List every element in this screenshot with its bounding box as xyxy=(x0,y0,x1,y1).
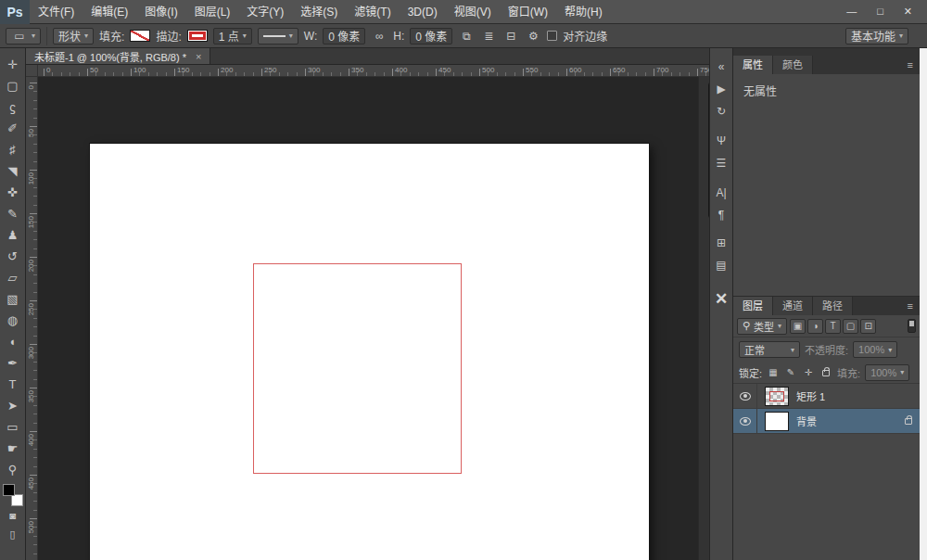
layer-thumbnail[interactable] xyxy=(765,412,789,431)
menu-window[interactable]: 窗口(W) xyxy=(500,0,556,24)
visibility-cell[interactable] xyxy=(733,409,757,433)
filter-smartobject-icon[interactable]: ⊡ xyxy=(860,319,876,334)
lock-all-icon[interactable] xyxy=(819,366,832,378)
rectangular-marquee-tool[interactable]: ▢ xyxy=(1,75,25,96)
canvas[interactable] xyxy=(90,144,649,560)
menu-type[interactable]: 文字(Y) xyxy=(238,0,292,24)
menu-filter[interactable]: 滤镜(T) xyxy=(346,0,399,24)
layer-name[interactable]: 矩形 1 xyxy=(796,388,825,403)
type-tool[interactable]: T xyxy=(1,374,25,395)
link-dimensions-icon[interactable]: ∞ xyxy=(371,30,387,43)
adjustments-panel-icon[interactable]: ☰ xyxy=(711,154,731,172)
tool-mode-dropdown[interactable]: 形状 ▾ xyxy=(53,28,94,45)
fill-swatch[interactable] xyxy=(130,30,150,42)
layer-name[interactable]: 背景 xyxy=(796,414,817,428)
canvas-vertical-scrollbar[interactable] xyxy=(698,77,709,560)
lock-position-icon[interactable]: ✛ xyxy=(802,367,815,377)
screen-mode-button[interactable]: ▯ xyxy=(1,525,25,543)
3d-panel-icon[interactable]: Ψ xyxy=(711,132,731,150)
menu-help[interactable]: 帮助(H) xyxy=(556,0,611,24)
collapse-panels-icon[interactable]: « xyxy=(711,57,731,76)
tab-color[interactable]: 颜色 xyxy=(773,56,813,74)
info-panel-icon[interactable]: ⊞ xyxy=(711,234,731,252)
gradient-tool[interactable]: ▧ xyxy=(1,288,25,310)
clone-stamp-tool[interactable]: ♟ xyxy=(1,224,25,246)
blur-tool[interactable]: ◍ xyxy=(1,310,25,331)
menu-file[interactable]: 文件(F) xyxy=(30,0,83,24)
minimize-button[interactable]: — xyxy=(846,6,857,18)
menu-select[interactable]: 选择(S) xyxy=(292,0,346,24)
tab-channels[interactable]: 通道 xyxy=(773,297,813,315)
character-panel-icon[interactable]: A| xyxy=(711,184,731,202)
fill-field[interactable]: 100% ▾ xyxy=(865,364,909,381)
tab-paths[interactable]: 路径 xyxy=(813,297,853,315)
filter-type-icon[interactable]: T xyxy=(825,319,841,334)
foreground-color-swatch[interactable] xyxy=(3,484,15,496)
quick-selection-tool[interactable]: ✐ xyxy=(1,118,25,139)
hand-tool[interactable]: ☛ xyxy=(1,438,25,459)
path-operations-icon[interactable]: ⧉ xyxy=(458,30,475,43)
history-brush-tool[interactable]: ↺ xyxy=(1,246,25,267)
lock-transparency-icon[interactable]: ▦ xyxy=(767,367,780,377)
clone-source-x-icon[interactable]: ✕ xyxy=(711,289,731,308)
blend-mode-dropdown[interactable]: 正常 ▾ xyxy=(739,341,800,358)
ruler-origin-corner[interactable] xyxy=(26,65,38,77)
align-edges-checkbox[interactable] xyxy=(547,31,557,41)
pen-tool[interactable]: ✒ xyxy=(1,352,25,374)
opacity-field[interactable]: 100% ▾ xyxy=(853,341,897,358)
menu-view[interactable]: 视图(V) xyxy=(446,0,500,24)
menu-3d[interactable]: 3D(D) xyxy=(400,0,446,24)
menu-edit[interactable]: 编辑(E) xyxy=(83,0,136,24)
crop-tool[interactable]: ♯ xyxy=(1,139,25,160)
actions-panel-icon[interactable]: ▶ xyxy=(711,80,731,98)
quick-mask-button[interactable]: ◙ xyxy=(1,506,25,525)
eraser-tool[interactable]: ▱ xyxy=(1,267,25,288)
filter-kind-dropdown[interactable]: ⚲ 类型 ▾ xyxy=(737,318,787,335)
tab-properties[interactable]: 属性 xyxy=(733,56,773,74)
workspace-switcher[interactable]: 基本功能 ▾ xyxy=(845,28,908,45)
zoom-tool[interactable]: ⚲ xyxy=(1,459,25,480)
visibility-cell[interactable] xyxy=(733,384,757,408)
notes-panel-icon[interactable]: ▤ xyxy=(711,256,731,274)
stroke-swatch[interactable] xyxy=(187,30,208,42)
stroke-width-field[interactable]: 1 点 ▾ xyxy=(213,28,252,45)
lock-pixels-icon[interactable]: ✎ xyxy=(784,367,797,377)
lasso-tool[interactable]: ϛ xyxy=(1,96,25,118)
document-tab[interactable]: 未标题-1 @ 100%(背景, RGB/8) * × xyxy=(26,48,210,64)
tab-close-icon[interactable]: × xyxy=(196,51,201,62)
path-selection-tool[interactable]: ➤ xyxy=(1,395,25,416)
height-field[interactable]: 0 像素 xyxy=(410,28,452,45)
layer-row-background[interactable]: 背景 xyxy=(733,409,920,434)
rectangle-tool[interactable]: ▭ xyxy=(1,416,25,438)
tab-layers[interactable]: 图层 xyxy=(733,297,773,315)
brush-tool[interactable]: ✎ xyxy=(1,203,25,224)
maximize-button[interactable]: □ xyxy=(877,6,883,18)
filter-toggle[interactable] xyxy=(908,319,916,333)
path-arrangement-icon[interactable]: ⊟ xyxy=(502,30,519,43)
filter-adjustment-icon[interactable]: ◑ xyxy=(807,319,823,334)
horizontal-ruler[interactable]: 0501001502002503003504004505005506006507… xyxy=(38,65,709,77)
panel-menu-icon[interactable]: ≡ xyxy=(901,297,920,315)
page-scrollbar[interactable] xyxy=(920,48,927,560)
vertical-ruler[interactable]: 050100150200250300350400450500550 xyxy=(26,77,38,560)
panel-menu-icon[interactable]: ≡ xyxy=(901,56,920,74)
shape-rectangle[interactable] xyxy=(253,263,462,474)
eyedropper-tool[interactable]: ◥ xyxy=(1,160,25,182)
history-panel-icon[interactable]: ↻ xyxy=(711,102,731,121)
tool-preset-picker[interactable]: ▭ ▾ xyxy=(6,28,41,45)
filter-pixel-icon[interactable]: ▣ xyxy=(790,319,806,334)
layer-thumbnail[interactable] xyxy=(765,387,789,406)
gear-icon[interactable]: ⚙ xyxy=(525,30,541,43)
move-tool[interactable]: ✛ xyxy=(1,54,25,75)
path-alignment-icon[interactable]: ≣ xyxy=(480,30,497,43)
spot-healing-brush-tool[interactable]: ✜ xyxy=(1,182,25,203)
filter-shape-icon[interactable]: ▢ xyxy=(843,319,858,334)
layer-row-rectangle-1[interactable]: 矩形 1 xyxy=(733,384,920,409)
close-button[interactable]: ✕ xyxy=(904,6,912,18)
stroke-type-dropdown[interactable]: ▾ xyxy=(258,28,298,45)
menu-layer[interactable]: 图层(L) xyxy=(186,0,239,24)
width-field[interactable]: 0 像素 xyxy=(323,28,365,45)
dodge-tool[interactable]: ◖ xyxy=(1,331,25,352)
canvas-area[interactable]: 0501001502002503003504004505005506006507… xyxy=(26,65,709,560)
paragraph-panel-icon[interactable]: ¶ xyxy=(711,206,731,224)
